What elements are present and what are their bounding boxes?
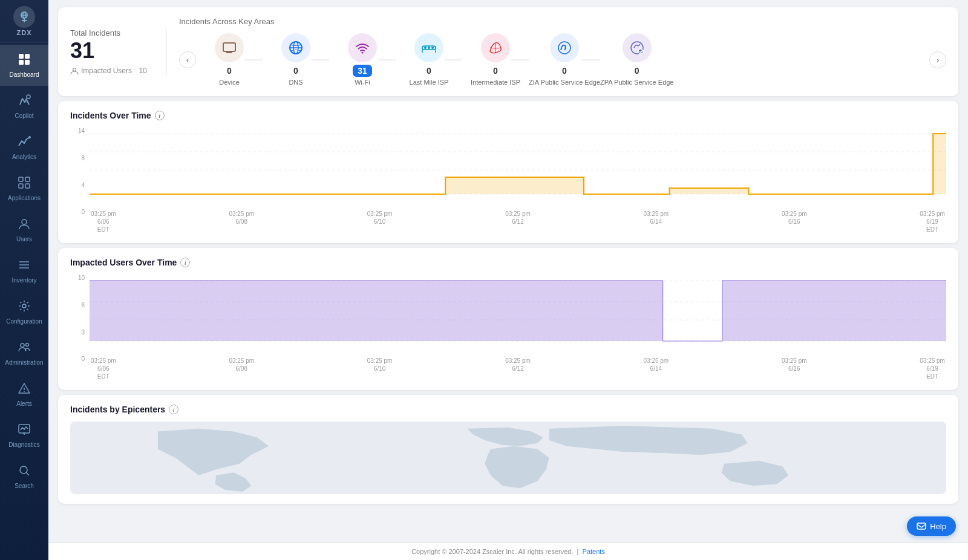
- sidebar-item-analytics-label: Analytics: [12, 154, 36, 161]
- zpa-count: 0: [630, 65, 644, 77]
- impacted-users-value: 10: [139, 67, 146, 75]
- impacted-users-info-icon[interactable]: i: [180, 258, 190, 267]
- help-button[interactable]: Help: [907, 516, 956, 536]
- zpa-label: ZPA Public Service Edge: [600, 78, 673, 86]
- analytics-icon: [18, 135, 31, 151]
- svg-point-23: [24, 391, 25, 392]
- inventory-icon: [18, 258, 31, 275]
- dns-icon-wrap: [281, 33, 310, 62]
- area-item-intermediate-isp: 0 Intermediate ISP: [462, 33, 529, 86]
- svg-rect-5: [19, 54, 24, 59]
- search-nav-icon: [18, 464, 31, 480]
- world-map-svg: [70, 422, 946, 494]
- svg-marker-55: [90, 281, 946, 341]
- sidebar-item-analytics[interactable]: Analytics: [0, 127, 48, 168]
- impacted-users-over-time-section: Impacted Users Over Time i 10 6 3 0: [58, 248, 958, 390]
- configuration-icon: [18, 299, 31, 316]
- zia-count: 0: [557, 65, 572, 77]
- patents-link[interactable]: Patents: [583, 548, 605, 555]
- svg-rect-7: [19, 60, 24, 65]
- zpa-icon-wrap: [623, 33, 652, 62]
- svg-rect-8: [25, 60, 30, 65]
- svg-point-38: [424, 47, 427, 49]
- sidebar-item-applications-label: Applications: [8, 195, 41, 202]
- dns-label: DNS: [289, 78, 302, 86]
- device-icon-wrap: [215, 33, 244, 62]
- device-label: Device: [219, 78, 240, 86]
- summary-card: Total Incidents 31 Impacted Users 10 Inc…: [58, 7, 958, 96]
- sidebar-item-dashboard[interactable]: Dashboard: [0, 45, 48, 86]
- sidebar-item-administration-label: Administration: [5, 359, 43, 366]
- svg-point-43: [558, 42, 571, 54]
- logo-icon: [13, 6, 35, 28]
- incidents-across-label: Incidents Across Key Areas: [179, 17, 946, 26]
- sidebar-logo: ZDX: [0, 0, 48, 42]
- impacted-users-over-time-title: Impacted Users Over Time i: [70, 258, 946, 267]
- svg-point-15: [22, 220, 27, 224]
- wifi-icon: [354, 39, 371, 56]
- dns-icon: [287, 39, 304, 56]
- sidebar-item-configuration-label: Configuration: [6, 318, 42, 325]
- area-item-zpa: 0 ZPA Public Service Edge: [600, 33, 673, 86]
- svg-marker-50: [90, 134, 946, 194]
- main-content: Total Incidents 31 Impacted Users 10 Inc…: [48, 0, 968, 560]
- area-item-wifi: 31 Wi-Fi: [329, 33, 396, 86]
- svg-point-19: [22, 304, 26, 308]
- sidebar-item-users-label: Users: [16, 236, 32, 243]
- users-chart-area: 03:25 pm6/06EDT 03:25 pm6/08 03:25 pm6/1…: [90, 275, 946, 380]
- impacted-users-label: Impacted Users: [81, 67, 132, 75]
- sidebar-item-inventory[interactable]: Inventory: [0, 250, 48, 291]
- key-areas-container: ‹ 0 Device: [179, 33, 946, 86]
- sidebar-item-alerts[interactable]: Alerts: [0, 374, 48, 415]
- help-icon: [917, 521, 926, 531]
- sidebar-item-diagnostics-label: Diagnostics: [8, 441, 40, 449]
- incidents-x-axis: 03:25 pm6/06EDT 03:25 pm6/08 03:25 pm6/1…: [90, 210, 946, 233]
- users-chart-svg: [90, 275, 946, 353]
- administration-icon: [18, 340, 31, 357]
- users-small-icon: [70, 67, 79, 75]
- epicenters-info-icon[interactable]: i: [169, 405, 178, 414]
- key-areas-next-button[interactable]: ›: [929, 51, 946, 68]
- last-mile-isp-label: Last Mile ISP: [410, 78, 449, 86]
- svg-point-39: [428, 47, 430, 49]
- sidebar-item-alerts-label: Alerts: [16, 400, 32, 408]
- total-incidents-value: 31: [70, 40, 154, 62]
- svg-point-20: [21, 343, 24, 347]
- wifi-icon-wrap: [348, 33, 377, 62]
- sidebar-item-administration[interactable]: Administration: [0, 333, 48, 374]
- svg-point-40: [431, 47, 434, 49]
- dns-count: 0: [289, 65, 303, 77]
- intermediate-isp-count: 0: [488, 65, 503, 77]
- sidebar-item-copilot-label: Copilot: [15, 112, 33, 120]
- svg-rect-56: [917, 523, 926, 529]
- intermediate-isp-icon-wrap: [481, 33, 510, 62]
- svg-point-36: [362, 52, 364, 54]
- svg-rect-30: [223, 43, 235, 51]
- area-item-last-mile-isp: 0 Last Mile ISP: [396, 33, 462, 86]
- incidents-over-time-info-icon[interactable]: i: [155, 111, 165, 120]
- logo-text: ZDX: [17, 29, 32, 36]
- svg-point-27: [20, 466, 27, 474]
- world-map: [70, 422, 946, 494]
- key-areas-scroll: 0 Device: [196, 33, 929, 86]
- sidebar-item-inventory-label: Inventory: [11, 277, 36, 284]
- area-item-device: 0 Device: [196, 33, 263, 86]
- key-areas-prev-button[interactable]: ‹: [179, 51, 196, 68]
- incidents-chart-area: 03:25 pm6/06EDT 03:25 pm6/08 03:25 pm6/1…: [90, 128, 946, 233]
- sidebar-item-search[interactable]: Search: [0, 456, 48, 497]
- epicenters-title: Incidents by Epicenters i: [70, 405, 946, 414]
- svg-point-9: [27, 95, 30, 99]
- users-icon: [18, 217, 31, 233]
- sidebar-item-users[interactable]: Users: [0, 209, 48, 250]
- sidebar-item-configuration[interactable]: Configuration: [0, 291, 48, 333]
- sidebar-item-applications[interactable]: Applications: [0, 168, 48, 209]
- sidebar-item-diagnostics[interactable]: Diagnostics: [0, 415, 48, 456]
- zia-icon-wrap: [550, 33, 579, 62]
- incidents-over-time-title: Incidents Over Time i: [70, 111, 946, 120]
- incidents-chart-svg: [90, 128, 946, 206]
- sidebar-item-copilot[interactable]: Copilot: [0, 86, 48, 127]
- applications-icon: [18, 176, 31, 192]
- copyright-text: Copyright © 2007-2024 Zscaler Inc. All r…: [411, 548, 573, 555]
- svg-rect-14: [25, 184, 30, 188]
- users-x-axis: 03:25 pm6/06EDT 03:25 pm6/08 03:25 pm6/1…: [90, 357, 946, 380]
